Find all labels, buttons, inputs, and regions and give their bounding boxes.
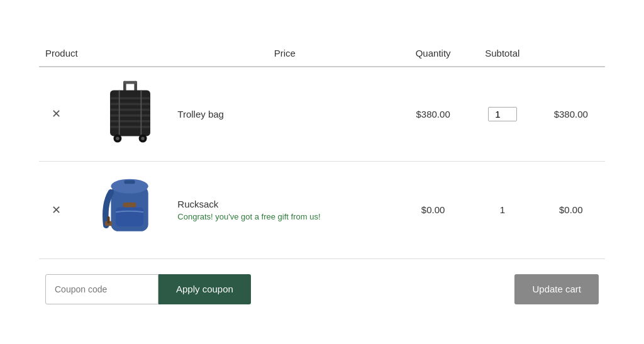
svg-rect-8 — [110, 119, 150, 122]
rucksack-name: Rucksack — [177, 199, 392, 209]
free-gift-message: Congrats! you've got a free gift from us… — [177, 212, 392, 221]
trolley-bag-quantity-wrapper — [488, 107, 517, 121]
price-header: Price — [171, 40, 398, 67]
svg-point-13 — [116, 136, 119, 140]
svg-rect-7 — [110, 114, 150, 116]
trolley-bag-name: Trolley bag — [177, 109, 392, 119]
coupon-area: Apply coupon — [45, 274, 251, 304]
apply-coupon-button[interactable]: Apply coupon — [158, 274, 251, 304]
svg-rect-9 — [110, 126, 150, 128]
quantity-header: Quantity — [398, 40, 468, 67]
rucksack-quantity: 1 — [468, 161, 537, 258]
rucksack-image — [97, 174, 164, 243]
trolley-bag-subtotal: $380.00 — [537, 67, 605, 162]
coupon-code-input[interactable] — [45, 274, 158, 304]
svg-rect-6 — [110, 108, 150, 111]
svg-rect-19 — [107, 216, 109, 223]
svg-rect-11 — [141, 90, 142, 136]
svg-rect-21 — [124, 180, 135, 184]
table-row: ✕ — [39, 161, 605, 258]
trolley-bag-price: $380.00 — [398, 67, 468, 162]
rucksack-price: $0.00 — [398, 161, 468, 258]
product-header: Product — [39, 40, 171, 67]
cart-actions: Apply coupon Update cart — [39, 274, 605, 304]
trolley-bag-quantity-input[interactable] — [491, 109, 514, 119]
svg-rect-4 — [110, 97, 150, 99]
update-cart-button[interactable]: Update cart — [514, 274, 599, 304]
svg-rect-22 — [123, 202, 136, 207]
trolley-bag-image — [99, 80, 162, 146]
cart-container: Product Price Quantity Subtotal ✕ — [39, 28, 605, 317]
cart-table: Product Price Quantity Subtotal ✕ — [39, 40, 605, 259]
svg-rect-5 — [110, 103, 150, 105]
rucksack-subtotal: $0.00 — [537, 161, 605, 258]
table-row: ✕ — [39, 67, 605, 162]
remove-rucksack-button[interactable]: ✕ — [45, 203, 67, 217]
svg-point-15 — [142, 136, 145, 140]
subtotal-header: Subtotal — [468, 40, 537, 67]
svg-rect-20 — [116, 207, 143, 226]
remove-trolley-bag-button[interactable]: ✕ — [45, 107, 67, 121]
svg-rect-2 — [123, 80, 137, 84]
svg-rect-10 — [119, 90, 120, 136]
